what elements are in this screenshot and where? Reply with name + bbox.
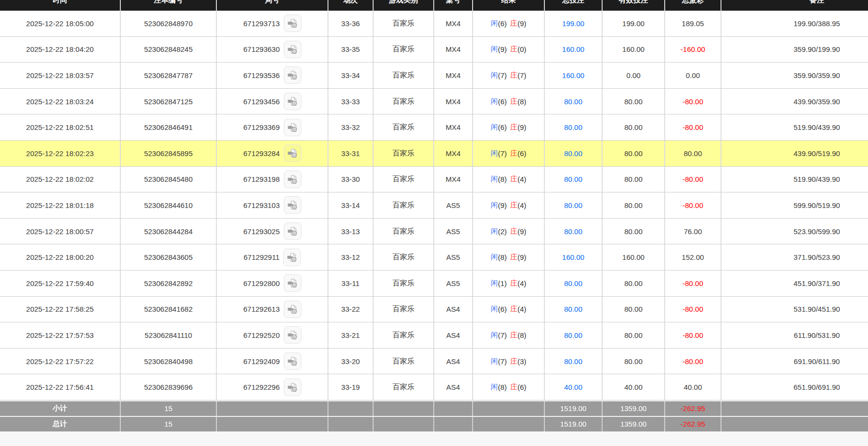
table-row[interactable]: 2025-12-22 18:03:24 523062847125 6712934… (0, 89, 868, 115)
table-row[interactable]: 2025-12-22 18:04:20 523062848245 6712936… (0, 37, 868, 63)
video-replay-button[interactable] (284, 15, 301, 32)
player-result-points: (9) (498, 45, 507, 53)
time-cell: 2025-12-22 17:57:53 (0, 322, 121, 348)
round-cell: 671293103 (217, 192, 328, 218)
player-result-label: 闲 (491, 201, 498, 210)
order-number-cell: 523062847787 (121, 63, 217, 88)
remark-cell: 691.90/611.90 (721, 349, 868, 374)
game-type-cell: 百家乐 (374, 192, 434, 218)
table-row[interactable]: 2025-12-22 18:03:57 523062847787 6712935… (0, 63, 868, 89)
payout-cell: 80.00 (665, 141, 721, 166)
table-row[interactable]: 2025-12-22 17:59:40 523062842892 6712928… (0, 271, 868, 297)
column-header-game-type: 游戏类别 (374, 0, 434, 11)
video-replay-button[interactable] (284, 119, 301, 136)
order-number-cell: 523062844284 (121, 219, 217, 244)
player-result-points: (6) (498, 123, 507, 131)
total-total-bet: 1519.00 (545, 417, 603, 431)
player-result-points: (8) (498, 253, 507, 261)
player-result-label: 闲 (491, 97, 498, 106)
video-icon (287, 18, 298, 29)
valid-bet-cell: 80.00 (603, 271, 665, 296)
table-row[interactable]: 2025-12-22 18:00:20 523062843605 6712929… (0, 244, 868, 271)
session-cell: 33-33 (328, 89, 374, 114)
table-row[interactable]: 2025-12-22 18:02:51 523062846491 6712933… (0, 114, 868, 141)
total-empty-result (473, 417, 545, 431)
banker-result-label: 庄 (510, 357, 518, 366)
column-header-label: 时间 (0, 0, 120, 4)
video-replay-button[interactable] (284, 171, 301, 188)
table-number-cell: AS5 (434, 219, 473, 244)
video-replay-button[interactable] (284, 274, 301, 292)
player-result-points: (8) (498, 175, 507, 183)
payout-cell: -80.00 (665, 192, 721, 218)
banker-result-label: 庄 (510, 382, 518, 392)
total-bet-cell: 80.00 (545, 322, 603, 348)
time-cell: 2025-12-22 18:00:57 (0, 219, 121, 244)
player-result-label: 闲 (491, 253, 498, 262)
video-replay-button[interactable] (284, 223, 301, 240)
player-result-label: 闲 (491, 45, 498, 54)
video-replay-button[interactable] (284, 144, 301, 162)
table-row[interactable]: 2025-12-22 18:05:00 523062848970 6712937… (0, 11, 868, 37)
valid-bet-cell: 80.00 (603, 89, 665, 114)
time-cell: 2025-12-22 18:03:57 (0, 63, 121, 88)
total-empty-remark (721, 417, 868, 431)
time-cell: 2025-12-22 17:58:25 (0, 297, 121, 322)
video-icon (287, 148, 298, 159)
time-cell: 2025-12-22 18:02:51 (0, 114, 121, 140)
table-row[interactable]: 2025-12-22 18:02:23 523062845895 6712932… (0, 141, 868, 167)
table-row[interactable]: 2025-12-22 18:00:57 523062844284 6712930… (0, 219, 868, 245)
player-result-label: 闲 (491, 149, 498, 158)
video-replay-button[interactable] (284, 66, 301, 84)
session-cell: 33-19 (328, 374, 374, 400)
total-bet-cell: 160.00 (545, 63, 603, 88)
video-replay-button[interactable] (284, 379, 301, 396)
video-replay-button[interactable] (284, 326, 301, 344)
column-header-label: 有效投注 (603, 0, 664, 4)
table-row[interactable]: 2025-12-22 17:58:25 523062841682 6712926… (0, 297, 868, 323)
round-cell: 671292800 (217, 271, 328, 296)
player-result-label: 闲 (491, 19, 498, 28)
table-row[interactable]: 2025-12-22 17:57:53 523062841110 6712925… (0, 322, 868, 349)
table-row[interactable]: 2025-12-22 18:01:18 523062844610 6712931… (0, 192, 868, 219)
session-cell: 33-30 (328, 167, 374, 192)
result-cell: 闲(6)庄(9) (473, 114, 545, 140)
game-type-cell: 百家乐 (374, 297, 434, 322)
video-replay-button[interactable] (284, 352, 301, 370)
session-cell: 33-31 (328, 141, 374, 166)
remark-cell: 439.90/359.90 (721, 89, 868, 114)
game-type-cell: 百家乐 (374, 244, 434, 270)
column-header-label: 游戏类别 (374, 0, 433, 4)
video-replay-button[interactable] (284, 301, 301, 318)
table-row[interactable]: 2025-12-22 18:02:02 523062845480 6712931… (0, 167, 868, 193)
valid-bet-cell: 160.00 (603, 37, 665, 63)
table-number-cell: MX4 (434, 114, 473, 140)
video-icon (287, 278, 298, 288)
payout-cell: -80.00 (665, 271, 721, 296)
table-row[interactable]: 2025-12-22 17:56:41 523062839696 6712922… (0, 374, 868, 400)
player-result-points: (1) (498, 279, 507, 287)
round-number: 671293284 (243, 149, 279, 158)
video-replay-button[interactable] (283, 249, 301, 266)
valid-bet-cell: 80.00 (603, 297, 665, 322)
result-cell: 闲(6)庄(8) (473, 89, 545, 114)
subtotal-empty-round (217, 401, 328, 416)
session-cell: 33-20 (328, 349, 374, 374)
order-number-cell: 523062842892 (121, 271, 217, 296)
column-header-label: 结果 (473, 0, 544, 4)
video-replay-button[interactable] (284, 41, 301, 58)
column-header-label: 局号 (217, 0, 328, 4)
banker-result-points: (8) (518, 97, 526, 106)
remark-cell: 199.90/388.95 (721, 11, 868, 36)
player-result-label: 闲 (491, 71, 498, 80)
payout-cell: -80.00 (665, 297, 721, 322)
round-cell: 671293630 (217, 37, 328, 63)
round-cell: 671292520 (217, 322, 328, 348)
video-replay-button[interactable] (284, 93, 301, 110)
video-replay-button[interactable] (284, 196, 301, 214)
round-number: 671293630 (243, 45, 279, 53)
round-number: 671292520 (243, 331, 279, 339)
round-number: 671292409 (243, 357, 279, 366)
table-row[interactable]: 2025-12-22 17:57:22 523062840498 6712924… (0, 349, 868, 375)
round-number: 671293198 (243, 175, 279, 183)
